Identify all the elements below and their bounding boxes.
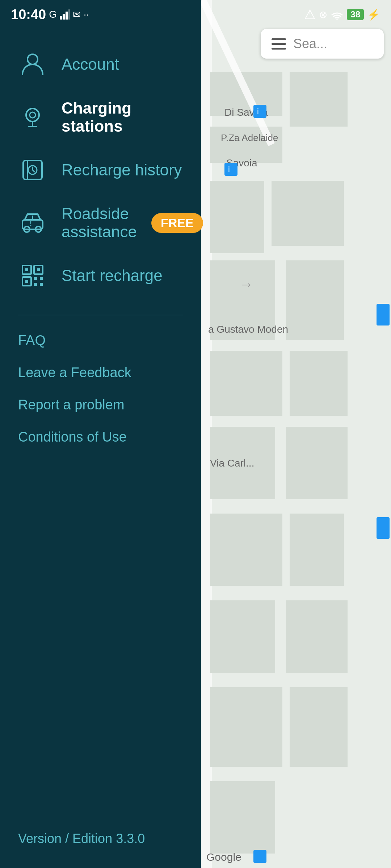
svg-point-35	[28, 54, 38, 64]
svg-rect-12	[286, 427, 348, 499]
svg-rect-9	[210, 351, 282, 416]
status-time: 10:40	[11, 7, 46, 22]
nav-label-recharge-history: Recharge history	[62, 161, 182, 179]
map-header: Sea...	[261, 29, 384, 59]
svg-rect-26	[253, 105, 266, 118]
svg-rect-19	[210, 781, 275, 854]
svg-text:P.Za Adelaide: P.Za Adelaide	[221, 132, 278, 143]
svg-rect-18	[290, 687, 348, 767]
status-left: 10:40 G ✉ ··	[11, 7, 89, 22]
divider	[18, 315, 183, 315]
map-search-button[interactable]: Sea...	[261, 29, 384, 59]
version-text: Version / Edition 3.3.0	[18, 831, 145, 846]
link-conditions[interactable]: Conditions of Use	[18, 423, 183, 451]
history-icon	[18, 156, 47, 184]
nav-item-roadside-assistance[interactable]: ! Roadside assistance FREE	[0, 195, 201, 251]
drawer: Account Charging stations	[0, 0, 201, 868]
svg-rect-60	[66, 12, 68, 20]
drawer-nav: Account Charging stations	[0, 29, 201, 311]
more-icon: ··	[84, 9, 89, 20]
svg-rect-28	[224, 163, 237, 176]
link-report[interactable]: Report a problem	[18, 391, 183, 419]
search-placeholder: Sea...	[293, 36, 327, 51]
svg-rect-6	[272, 181, 344, 246]
svg-rect-55	[40, 277, 43, 280]
svg-text:Via Carl...: Via Carl...	[210, 458, 254, 469]
svg-rect-49	[25, 268, 28, 271]
svg-rect-57	[40, 283, 43, 286]
root: Di Savoia P.Za Adelaide Savoia a Gustavo…	[0, 0, 391, 868]
status-bar: 10:40 G ✉ ·· ⊗ 38 ⚡	[0, 0, 391, 29]
svg-rect-15	[210, 600, 275, 673]
svg-rect-4	[290, 72, 348, 127]
qr-code-icon	[18, 261, 47, 290]
svg-rect-17	[210, 687, 282, 767]
hamburger-icon	[272, 38, 286, 50]
svg-rect-43	[22, 220, 43, 229]
nav-label-start-recharge: Start recharge	[62, 267, 163, 285]
svg-rect-31	[377, 517, 390, 539]
charging-icon: ⚡	[367, 9, 380, 21]
svg-text:i: i	[257, 107, 259, 116]
battery-level: 38	[347, 9, 364, 20]
car-warning-icon: !	[18, 208, 47, 237]
nav-item-start-recharge[interactable]: Start recharge	[0, 251, 201, 300]
mail-icon: ✉	[73, 9, 81, 20]
svg-rect-59	[63, 14, 65, 20]
svg-rect-53	[25, 280, 28, 283]
svg-text:Google: Google	[206, 851, 241, 863]
svg-text:→: →	[239, 276, 253, 292]
person-icon	[18, 50, 47, 79]
svg-rect-32	[253, 850, 266, 863]
svg-rect-51	[37, 268, 40, 271]
svg-rect-61	[68, 9, 70, 20]
nav-item-charging-stations[interactable]: Charging stations	[0, 89, 201, 145]
svg-rect-16	[286, 600, 348, 673]
status-right: ⊗ 38 ⚡	[304, 9, 380, 21]
svg-rect-30	[377, 304, 390, 326]
svg-rect-54	[34, 277, 37, 280]
svg-rect-58	[60, 16, 62, 20]
link-faq[interactable]: FAQ	[18, 326, 183, 355]
text-links: FAQ Leave a Feedback Report a problem Co…	[0, 319, 201, 459]
location-cross-icon: ⊗	[319, 9, 327, 21]
svg-point-37	[30, 112, 35, 118]
charging-pin-icon	[18, 103, 47, 132]
svg-rect-13	[210, 514, 282, 586]
svg-text:a Gustavo Moden: a Gustavo Moden	[208, 324, 288, 335]
svg-text:i: i	[228, 165, 230, 174]
svg-rect-5	[210, 181, 264, 253]
link-feedback[interactable]: Leave a Feedback	[18, 358, 183, 387]
svg-text:!: !	[30, 220, 32, 227]
location-icon	[304, 9, 315, 20]
svg-rect-56	[34, 283, 37, 286]
svg-point-36	[26, 109, 39, 122]
wifi-icon	[331, 9, 343, 20]
nav-label-charging-stations: Charging stations	[62, 99, 183, 135]
free-badge: FREE	[151, 213, 203, 233]
nav-label-account: Account	[62, 55, 119, 73]
nav-label-roadside-assistance: Roadside assistance	[62, 205, 137, 241]
svg-point-64	[336, 18, 338, 20]
nav-item-account[interactable]: Account	[0, 40, 201, 89]
g-icon: G	[49, 9, 57, 20]
svg-rect-10	[290, 351, 348, 416]
nav-item-recharge-history[interactable]: Recharge history	[0, 145, 201, 195]
signal-icon	[60, 9, 70, 20]
svg-rect-14	[290, 514, 344, 586]
svg-rect-8	[286, 260, 344, 340]
